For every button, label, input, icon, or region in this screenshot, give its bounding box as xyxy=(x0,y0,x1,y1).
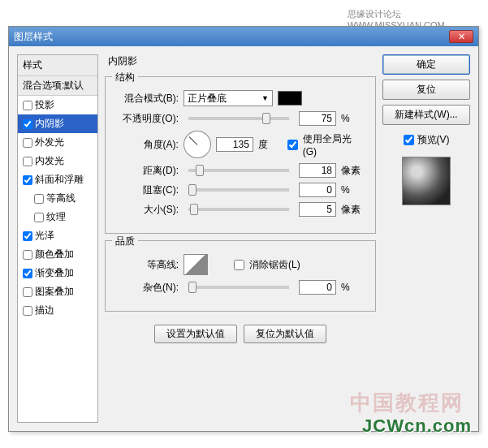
titlebar[interactable]: 图层样式 ✕ xyxy=(9,27,478,46)
style-item-11[interactable]: 描边 xyxy=(18,301,97,320)
distance-unit: 像素 xyxy=(341,164,365,178)
angle-input[interactable]: 135 xyxy=(216,137,253,152)
global-light-label: 使用全局光(G) xyxy=(303,132,365,157)
watermark-text-1: 中国教程网 xyxy=(350,389,464,417)
size-label: 大小(S): xyxy=(115,203,179,217)
style-item-label: 等高线 xyxy=(46,192,76,205)
style-item-label: 图案叠加 xyxy=(35,285,74,299)
angle-dial[interactable] xyxy=(184,131,211,158)
style-checkbox[interactable] xyxy=(23,231,32,241)
preview-thumbnail xyxy=(402,157,451,205)
new-style-button[interactable]: 新建样式(W)... xyxy=(382,105,470,125)
style-checkbox[interactable] xyxy=(23,101,32,110)
choke-unit: % xyxy=(341,184,365,196)
dialog-title: 图层样式 xyxy=(14,30,53,44)
choke-label: 阻塞(C): xyxy=(115,183,179,197)
style-checkbox[interactable] xyxy=(23,269,32,278)
style-checkbox[interactable] xyxy=(23,138,32,148)
preview-checkbox[interactable] xyxy=(404,135,414,145)
style-checkbox[interactable] xyxy=(34,194,44,204)
style-item-label: 渐变叠加 xyxy=(35,266,74,280)
style-item-10[interactable]: 图案叠加 xyxy=(18,282,97,301)
styles-list-panel: 样式 混合选项:默认 投影内阴影外发光内发光斜面和浮雕等高线纹理光泽颜色叠加渐变… xyxy=(17,54,98,423)
layer-style-dialog: 图层样式 ✕ 样式 混合选项:默认 投影内阴影外发光内发光斜面和浮雕等高线纹理光… xyxy=(8,26,479,432)
styles-header[interactable]: 样式 xyxy=(18,55,97,76)
style-item-5[interactable]: 等高线 xyxy=(18,189,97,208)
style-item-1[interactable]: 内阴影 xyxy=(18,114,97,133)
watermark-text-2: JCWcn.com xyxy=(362,416,472,437)
opacity-slider[interactable] xyxy=(188,117,289,120)
size-slider[interactable] xyxy=(188,208,289,211)
antialias-label: 消除锯齿(L) xyxy=(249,258,300,272)
contour-label: 等高线: xyxy=(115,258,179,272)
chevron-down-icon: ▼ xyxy=(261,94,269,102)
style-checkbox[interactable] xyxy=(23,119,32,129)
right-button-panel: 确定 复位 新建样式(W)... 预览(V) xyxy=(382,54,470,423)
distance-slider[interactable] xyxy=(188,169,289,172)
choke-slider[interactable] xyxy=(188,188,289,192)
opacity-label: 不透明度(O): xyxy=(115,112,179,126)
distance-label: 距离(D): xyxy=(115,164,179,178)
style-item-label: 颜色叠加 xyxy=(35,248,74,261)
style-item-label: 投影 xyxy=(35,98,54,112)
style-checkbox[interactable] xyxy=(23,157,32,166)
style-item-label: 内阴影 xyxy=(35,117,64,131)
noise-label: 杂色(N): xyxy=(115,281,179,295)
opacity-unit: % xyxy=(341,113,365,124)
style-checkbox[interactable] xyxy=(23,175,32,185)
style-item-3[interactable]: 内发光 xyxy=(18,152,97,170)
structure-legend: 结构 xyxy=(112,71,138,84)
section-title: 内阴影 xyxy=(105,54,376,70)
style-item-0[interactable]: 投影 xyxy=(18,96,97,114)
reset-button[interactable]: 复位 xyxy=(382,80,470,100)
style-checkbox[interactable] xyxy=(23,287,32,297)
style-item-label: 斜面和浮雕 xyxy=(35,173,84,187)
close-button[interactable]: ✕ xyxy=(449,30,473,43)
noise-slider[interactable] xyxy=(188,286,289,289)
style-item-9[interactable]: 渐变叠加 xyxy=(18,264,97,282)
opacity-input[interactable]: 75 xyxy=(299,111,336,126)
noise-unit: % xyxy=(341,282,365,293)
angle-label: 角度(A): xyxy=(115,138,179,152)
blend-mode-label: 混合模式(B): xyxy=(115,92,179,106)
structure-fieldset: 结构 混合模式(B): 正片叠底 ▼ 不透明度(O): 75 % 角 xyxy=(105,76,376,234)
quality-legend: 品质 xyxy=(112,235,138,248)
style-item-6[interactable]: 纹理 xyxy=(18,208,97,226)
shadow-color-swatch[interactable] xyxy=(278,91,302,106)
contour-picker[interactable] xyxy=(184,254,208,275)
quality-fieldset: 品质 等高线: 消除锯齿(L) 杂色(N): 0 % xyxy=(105,240,376,312)
style-item-label: 外发光 xyxy=(35,136,64,149)
style-item-7[interactable]: 光泽 xyxy=(18,226,97,245)
size-input[interactable]: 5 xyxy=(299,202,336,217)
blend-mode-combo[interactable]: 正片叠底 ▼ xyxy=(184,90,273,106)
preview-label: 预览(V) xyxy=(417,133,450,147)
style-item-label: 光泽 xyxy=(35,229,54,243)
style-item-label: 内发光 xyxy=(35,154,64,168)
reset-default-button[interactable]: 复位为默认值 xyxy=(244,325,326,343)
style-checkbox[interactable] xyxy=(23,250,32,260)
ok-button[interactable]: 确定 xyxy=(382,54,470,75)
distance-input[interactable]: 18 xyxy=(299,163,336,178)
settings-panel: 内阴影 结构 混合模式(B): 正片叠底 ▼ 不透明度(O): 75 % xyxy=(105,54,376,423)
size-unit: 像素 xyxy=(341,203,365,217)
style-item-label: 纹理 xyxy=(46,210,66,224)
style-item-8[interactable]: 颜色叠加 xyxy=(18,245,97,264)
blend-options-item[interactable]: 混合选项:默认 xyxy=(18,76,97,96)
style-item-2[interactable]: 外发光 xyxy=(18,133,97,152)
style-checkbox[interactable] xyxy=(23,306,32,316)
make-default-button[interactable]: 设置为默认值 xyxy=(154,325,237,343)
style-checkbox[interactable] xyxy=(34,213,44,222)
antialias-checkbox[interactable] xyxy=(234,260,244,270)
global-light-checkbox[interactable] xyxy=(287,140,298,150)
blend-mode-value: 正片叠底 xyxy=(188,92,227,106)
noise-input[interactable]: 0 xyxy=(299,280,336,295)
style-item-label: 描边 xyxy=(35,304,54,317)
choke-input[interactable]: 0 xyxy=(299,183,336,197)
angle-unit: 度 xyxy=(258,138,283,152)
style-item-4[interactable]: 斜面和浮雕 xyxy=(18,170,97,189)
